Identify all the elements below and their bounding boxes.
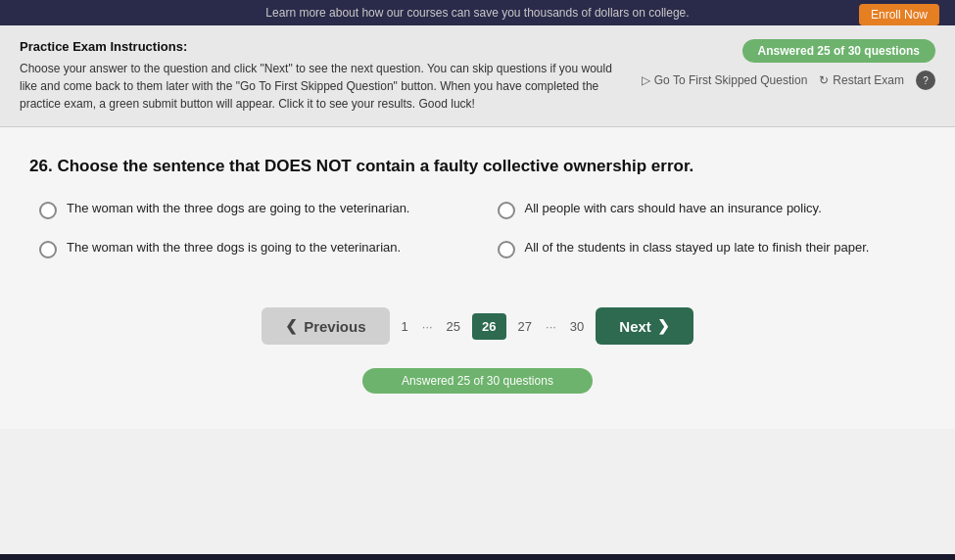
radio-a[interactable] (39, 202, 57, 219)
top-banner-wrapper: Learn more about how our courses can sav… (0, 0, 955, 25)
banner-text: Learn more about how our courses can sav… (265, 6, 689, 20)
question-number: 26. (29, 157, 53, 175)
restart-label: Restart Exam (833, 73, 904, 87)
instructions-body: Choose your answer to the question and c… (20, 60, 622, 113)
radio-b[interactable] (498, 202, 515, 219)
question-text: 26. Choose the sentence that DOES NOT co… (29, 157, 926, 176)
answer-option-a[interactable]: The woman with the three dogs are going … (39, 200, 458, 219)
info-button[interactable]: ? (916, 70, 935, 90)
answer-text-b: All people with cars should have an insu… (525, 200, 822, 217)
chevron-left-icon: ❮ (285, 317, 298, 335)
question-body: Choose the sentence that DOES NOT contai… (57, 157, 693, 175)
bottom-answered-badge: Answered 25 of 30 questions (362, 368, 593, 394)
answered-badge-top: Answered 25 of 30 questions (742, 39, 935, 63)
radio-c[interactable] (39, 241, 57, 258)
answer-text-c: The woman with the three dogs is going t… (67, 239, 401, 257)
pagination-section: ❮ Previous 1 ··· 25 26 27 ··· 30 Next ❯ (29, 288, 926, 360)
page-25[interactable]: 25 (443, 313, 464, 340)
go-to-skipped-button[interactable]: ▷ Go To First Skipped Question (642, 73, 808, 87)
main-content: Practice Exam Instructions: Choose your … (0, 25, 955, 554)
chevron-right-icon: ❯ (657, 317, 670, 335)
top-banner: Learn more about how our courses can sav… (0, 0, 955, 25)
instructions-section: Practice Exam Instructions: Choose your … (0, 25, 955, 127)
play-icon: ▷ (642, 73, 650, 87)
page-26-active[interactable]: 26 (472, 313, 505, 340)
next-label: Next (619, 318, 651, 335)
next-button[interactable]: Next ❯ (596, 307, 693, 345)
ellipsis-right: ··· (544, 313, 558, 340)
answer-option-b[interactable]: All people with cars should have an insu… (498, 200, 917, 219)
radio-d[interactable] (498, 241, 515, 258)
sidebar-actions: ▷ Go To First Skipped Question ↻ Restart… (642, 70, 935, 90)
enroll-button[interactable]: Enroll Now (859, 4, 939, 25)
page-30[interactable]: 30 (566, 313, 588, 340)
answers-grid: The woman with the three dogs are going … (29, 200, 926, 258)
go-to-skipped-label: Go To First Skipped Question (654, 73, 808, 87)
previous-button[interactable]: ❮ Previous (262, 307, 389, 345)
restart-icon: ↻ (819, 73, 829, 87)
instructions-title: Practice Exam Instructions: (20, 39, 622, 54)
answer-option-c[interactable]: The woman with the three dogs is going t… (39, 239, 458, 258)
page-27[interactable]: 27 (514, 313, 536, 340)
instructions-sidebar: Answered 25 of 30 questions ▷ Go To Firs… (642, 39, 935, 90)
answer-text-a: The woman with the three dogs are going … (67, 200, 410, 217)
instructions-text: Practice Exam Instructions: Choose your … (20, 39, 622, 113)
answer-option-d[interactable]: All of the students in class stayed up l… (498, 239, 917, 258)
previous-label: Previous (304, 318, 365, 335)
answer-text-d: All of the students in class stayed up l… (525, 239, 870, 257)
question-section: 26. Choose the sentence that DOES NOT co… (0, 127, 955, 429)
ellipsis-left: ··· (420, 313, 435, 340)
page-1[interactable]: 1 (398, 313, 412, 340)
bottom-answered-section: Answered 25 of 30 questions (29, 360, 926, 409)
restart-exam-button[interactable]: ↻ Restart Exam (819, 73, 904, 87)
